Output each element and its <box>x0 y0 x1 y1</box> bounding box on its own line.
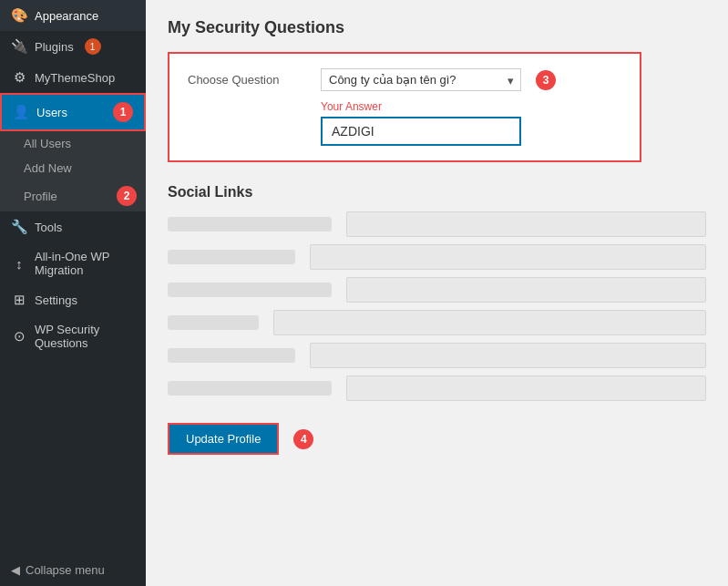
social-links-table <box>168 211 706 401</box>
sidebar-item-label: Plugins <box>35 40 74 54</box>
main-content: My Security Questions Choose Question Cô… <box>146 0 728 586</box>
sidebar-item-add-new[interactable]: Add New <box>0 156 146 180</box>
social-input-1[interactable] <box>346 211 706 237</box>
sidebar-item-label: Tools <box>35 221 62 234</box>
allinone-icon: ↕ <box>11 256 27 272</box>
step-badge-2: 2 <box>117 186 137 206</box>
step-badge-1: 1 <box>113 102 133 122</box>
social-row-3 <box>168 277 706 303</box>
settings-icon: ⊞ <box>11 292 27 308</box>
sidebar-item-settings[interactable]: ⊞ Settings <box>0 284 146 315</box>
sidebar-item-appearance[interactable]: 🎨 Appearance <box>0 0 146 31</box>
question-select-wrapper: Công ty của bạn tên gì? Tên thú cưng đầu… <box>321 68 521 91</box>
answer-input[interactable] <box>321 117 521 146</box>
answer-label: Your Answer <box>321 100 621 113</box>
plugins-badge: 1 <box>85 38 101 55</box>
choose-question-row: Choose Question Công ty của bạn tên gì? … <box>188 68 621 91</box>
social-row-5 <box>168 343 706 368</box>
mythemeshop-icon: ⚙ <box>11 69 27 86</box>
update-section: Update Profile 4 <box>168 423 706 455</box>
social-label-4 <box>168 315 259 330</box>
sidebar-item-label: Appearance <box>35 9 98 23</box>
social-row-1 <box>168 211 706 237</box>
security-questions-box: Choose Question Công ty của bạn tên gì? … <box>168 52 641 162</box>
social-input-5[interactable] <box>310 343 706 368</box>
step-badge-3: 3 <box>536 70 556 90</box>
sidebar-item-all-users[interactable]: All Users <box>0 131 146 156</box>
page-title: My Security Questions <box>168 18 706 37</box>
choose-question-label: Choose Question <box>188 73 306 87</box>
social-row-4 <box>168 310 706 335</box>
sidebar-item-profile[interactable]: Profile 2 <box>0 180 146 211</box>
social-label-3 <box>168 283 332 297</box>
sidebar-item-label: MyThemeShop <box>35 71 115 85</box>
social-label-6 <box>168 381 332 396</box>
tools-icon: 🔧 <box>11 219 27 235</box>
social-input-4[interactable] <box>273 310 706 335</box>
sidebar-item-label: All-in-One WP Migration <box>35 250 135 277</box>
sidebar-item-mythemeshop[interactable]: ⚙ MyThemeShop <box>0 62 146 93</box>
appearance-icon: 🎨 <box>11 7 27 24</box>
sidebar-item-plugins[interactable]: 🔌 Plugins 1 <box>0 31 146 62</box>
sidebar-item-label: Users <box>36 106 67 119</box>
social-input-6[interactable] <box>346 375 706 401</box>
collapse-menu[interactable]: ◀ Collapse menu <box>0 554 146 586</box>
social-label-5 <box>168 348 295 363</box>
social-input-2[interactable] <box>310 244 706 270</box>
sidebar-item-label: WP Security Questions <box>35 323 135 350</box>
social-label-2 <box>168 250 295 264</box>
social-links-title: Social Links <box>168 184 706 200</box>
collapse-icon: ◀ <box>11 563 20 577</box>
sidebar-item-wpsecurity[interactable]: ⊙ WP Security Questions <box>0 315 146 357</box>
social-label-1 <box>168 217 332 231</box>
update-profile-button[interactable]: Update Profile <box>168 423 279 455</box>
answer-row: Your Answer <box>321 100 621 146</box>
collapse-label: Collapse menu <box>26 563 105 577</box>
wpsecurity-icon: ⊙ <box>11 328 27 344</box>
users-icon: 👤 <box>13 104 29 120</box>
step-badge-4: 4 <box>293 429 313 449</box>
social-input-3[interactable] <box>346 277 706 303</box>
social-row-6 <box>168 375 706 401</box>
sidebar-item-tools[interactable]: 🔧 Tools <box>0 211 146 242</box>
sidebar: 🎨 Appearance 🔌 Plugins 1 ⚙ MyThemeShop 👤… <box>0 0 146 586</box>
sidebar-submenu-users: All Users Add New Profile 2 <box>0 131 146 211</box>
question-select[interactable]: Công ty của bạn tên gì? Tên thú cưng đầu… <box>321 68 521 91</box>
sidebar-item-allinone[interactable]: ↕ All-in-One WP Migration <box>0 242 146 284</box>
sidebar-item-label: Settings <box>35 293 77 307</box>
social-row-2 <box>168 244 706 270</box>
plugins-icon: 🔌 <box>11 38 27 55</box>
sidebar-item-users[interactable]: 👤 Users 1 <box>0 93 146 131</box>
